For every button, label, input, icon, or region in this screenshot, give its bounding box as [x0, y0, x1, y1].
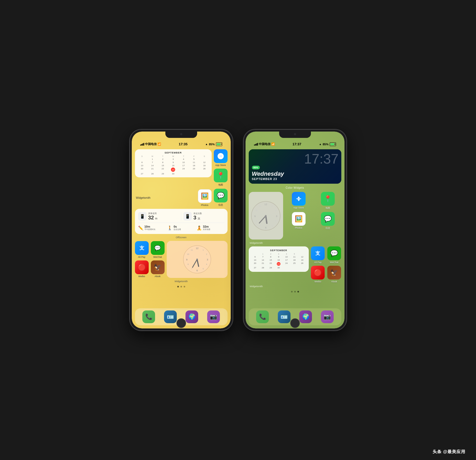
notch-1 — [165, 132, 197, 138]
svg-text:6: 6 — [265, 226, 266, 229]
svg-text:7: 7 — [191, 268, 192, 270]
maps-img-1: 📍 — [214, 169, 228, 182]
status-bar-2: 中国电信 📶 17:37 ▲ 85% — [249, 140, 341, 147]
dock-phone-2[interactable]: 📞 — [256, 310, 269, 323]
messages-icon-1[interactable]: 💬 信息 — [214, 189, 228, 207]
dot2-1 — [180, 286, 182, 287]
color-widgets-label-2: Color Widgets — [249, 186, 341, 190]
stat3-icon-1: 🧘 — [197, 226, 202, 231]
offscreen-label-1: OffScreen — [135, 236, 228, 239]
maps-label-1: 地图 — [218, 183, 223, 187]
alook-icon-1[interactable]: 🦅 Alook — [151, 260, 165, 278]
dock-camera-2[interactable]: 📷 — [321, 310, 334, 323]
stat2-icon-1: 🚶 — [167, 226, 173, 231]
clock-svg-1: 12 3 6 9 1 2 4 5 7 8 10 — [183, 245, 212, 274]
svg-text:3: 3 — [207, 258, 208, 261]
appstore-icon-2[interactable]: App Store — [285, 192, 312, 210]
row1-phone1: SEPTEMBER S M T W T F S — [135, 149, 228, 187]
alipay-icon-1[interactable]: 支 Ali Pay — [135, 241, 149, 258]
svg-rect-0 — [218, 156, 223, 156]
widgetsmith-clock-label-1: Widgetsmith — [135, 280, 228, 283]
status-bar-1: 中国电信 📶 17:35 ▲ 85% — [135, 140, 228, 147]
page-dots-1 — [135, 285, 228, 288]
stat3-label-1: 呆呆地看 — [203, 228, 210, 231]
maps-icon-1[interactable]: 📍 地图 — [214, 169, 228, 187]
apps-grid-right-2: 支 Ali Pay 💬 WeChat 🔴 Weibo — [311, 246, 341, 283]
alipay-label-1: Ali Pay — [138, 256, 145, 258]
stat1-1: ✏️ 10m 平均查看时长 — [138, 225, 166, 231]
svg-point-32 — [265, 215, 266, 217]
screen-unit-1: m — [155, 217, 157, 220]
dock-phone-1[interactable]: 📞 — [142, 310, 155, 323]
dock-world-2[interactable]: 🌍 — [299, 310, 312, 323]
dock-camera-1[interactable]: 📷 — [207, 310, 220, 323]
phone2-screen: 中国电信 📶 17:37 ▲ 85% — [246, 132, 344, 328]
pickup-unit-1: 次 — [198, 217, 200, 220]
messages-img-1: 💬 — [214, 189, 228, 202]
messages-label-1: 信息 — [218, 203, 223, 207]
calendar-widget-1: SEPTEMBER S M T W T F S — [135, 149, 212, 177]
main-row-2: 12 3 6 9 1 2 4 5 7 8 10 — [249, 192, 341, 240]
location-icon-1: ▲ — [205, 143, 208, 146]
screen-text-1: 屏幕使用 32 m — [148, 212, 157, 220]
divider-h-1 — [138, 223, 224, 223]
wechat-icon-2[interactable]: 💬 WeChat — [327, 246, 341, 264]
apps-col-1: App Store 📍 地图 — [214, 149, 228, 187]
alipay-icon-2[interactable]: 支 Ali Pay — [311, 246, 325, 264]
appstore-img-2 — [292, 192, 306, 206]
offscreen-widget-1: 📱 屏幕使用 32 m — [135, 209, 228, 234]
screen-usage-1: 📱 屏幕使用 32 m — [138, 212, 179, 220]
cal-month-1: SEPTEMBER — [137, 151, 210, 154]
svg-text:9: 9 — [254, 214, 256, 217]
wechat-img-2: 💬 — [327, 246, 341, 260]
svg-rect-33 — [296, 199, 301, 199]
dock-id-2[interactable]: 🪪 — [278, 310, 291, 323]
banner-date-2: SEPTEMBER 23 — [252, 177, 338, 181]
messages-img-2: 💬 — [321, 212, 335, 226]
banner-overlay-2: 17:37 85% Wednesday SEPTEMBER 23 — [249, 149, 341, 184]
usage-row-top-1: 📱 屏幕使用 32 m — [138, 212, 224, 220]
battery-pct-1: 85% — [209, 143, 215, 146]
pickup-icon-1: 📱 — [183, 212, 192, 220]
home-btn-2[interactable] — [290, 318, 300, 328]
dock-id-1[interactable]: 🪪 — [164, 310, 177, 323]
dot3-2 — [297, 291, 299, 292]
stat3-1: 🧘 32m 呆呆地看 — [197, 225, 224, 231]
dot2-2 — [294, 291, 296, 292]
maps-icon-2[interactable]: 📍 地图 — [314, 192, 341, 210]
svg-text:6: 6 — [196, 269, 198, 272]
dot1-1 — [177, 286, 179, 287]
photos-img-1: 🖼️ — [198, 189, 212, 203]
apps-col2-1: 支 Ali Pay 🔴 Weibo — [135, 241, 149, 278]
stat2-label-1: 边走边看 — [174, 228, 181, 231]
carrier-2: 中国电信 — [259, 142, 270, 146]
dock-world-1[interactable]: 🌍 — [185, 310, 198, 323]
home-btn-1[interactable] — [176, 318, 186, 328]
appstore-icon-1[interactable]: App Store — [214, 149, 228, 166]
svg-text:4: 4 — [206, 263, 207, 265]
scene: 中国电信 📶 17:35 ▲ 85% — [119, 119, 357, 341]
phone-1: 中国电信 📶 17:35 ▲ 85% — [130, 129, 233, 331]
photos-icon-1[interactable]: 🖼️ Photos — [198, 189, 212, 206]
stat1-label-1: 平均查看时长 — [144, 228, 156, 231]
battery-badge-2: 85% — [252, 166, 260, 169]
svg-text:12: 12 — [264, 202, 267, 205]
svg-text:11: 11 — [259, 205, 261, 207]
weibo-icon-2[interactable]: 🔴 Weibo — [311, 266, 325, 283]
alipay-label-2: Ali Pay — [314, 261, 321, 264]
weibo-icon-1[interactable]: 🔴 Weibo — [135, 260, 149, 278]
stat3-val-1: 32m — [203, 225, 210, 228]
wechat-icon-1[interactable]: 💬 WeChat — [151, 241, 165, 258]
signal-1 — [140, 143, 144, 146]
alook-label-2: Alook — [331, 280, 337, 283]
weibo-img-1: 🔴 — [135, 260, 149, 274]
svg-text:2: 2 — [275, 209, 276, 211]
alook-icon-2[interactable]: 🦅 Alook — [327, 266, 341, 283]
camera-2 — [294, 133, 296, 135]
svg-point-16 — [196, 259, 198, 260]
color-widget-banner-2: 17:37 85% Wednesday SEPTEMBER 23 — [249, 149, 341, 184]
wechat-img-1: 💬 — [151, 241, 165, 255]
photos-icon-2[interactable]: 🖼️ Photos — [285, 212, 312, 230]
cal-month-2: SEPTEMBER — [251, 249, 306, 252]
messages-icon-2[interactable]: 💬 信息 — [314, 212, 341, 230]
